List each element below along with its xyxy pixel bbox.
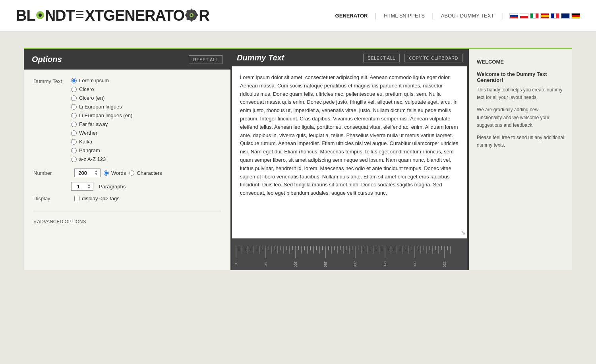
radio-lorem-ipsum-input[interactable] <box>71 78 77 83</box>
svg-text:150: 150 <box>323 261 327 267</box>
radio-cicero-en-input[interactable] <box>71 95 77 101</box>
number-row: Number ▲ ▼ Words Characters <box>33 168 221 177</box>
advanced-options-link[interactable]: » ADVANCED OPTIONS <box>33 219 86 225</box>
radio-werther-label: Werther <box>79 130 97 136</box>
display-p-tags-text: display <p> tags <box>82 196 120 201</box>
svg-text:100: 100 <box>294 261 298 267</box>
radio-pangram-input[interactable] <box>71 148 77 153</box>
options-header: Options RESET ALL <box>24 49 230 70</box>
main-container: Options RESET ALL Dummy Text Lorem ipsum <box>16 48 580 270</box>
radio-werther[interactable]: Werther <box>71 130 132 136</box>
text-type-radio-group: Lorem ipsum Cicero Cicero (en) Li E <box>71 77 132 162</box>
dummy-text-section: Dummy Text SELECT ALL COPY TO CLIPBOARD … <box>230 49 469 270</box>
main-panel: Options RESET ALL Dummy Text Lorem ipsum <box>24 48 572 270</box>
display-p-tags-checkbox[interactable] <box>74 196 79 201</box>
radio-li-europan[interactable]: Li Europan lingues <box>71 104 132 110</box>
header: BL NDT XTGENERATO R GENE <box>0 0 596 32</box>
nav-html-snippets[interactable]: HTML SNIPPETS <box>377 13 432 19</box>
welcome-subheading: Welcome to the Dummy Text Generator! <box>477 71 564 83</box>
resize-handle-icon[interactable]: ⇘ <box>461 228 466 237</box>
options-divider <box>33 211 221 211</box>
radio-pangram[interactable]: Pangram <box>71 147 132 153</box>
logo: BL NDT XTGENERATO R <box>16 7 209 24</box>
display-p-tags-label[interactable]: display <p> tags <box>74 196 120 201</box>
logo-separator: NDT <box>45 7 75 24</box>
characters-radio-label[interactable]: Characters <box>129 170 162 176</box>
radio-az123[interactable]: a-z A-Z 123 <box>71 156 132 162</box>
radio-lorem-ipsum-label: Lorem ipsum <box>79 77 109 83</box>
words-radio-label[interactable]: Words <box>104 170 126 176</box>
radio-cicero-en-label: Cicero (en) <box>79 95 104 101</box>
welcome-heading: WELCOME <box>477 59 564 65</box>
svg-rect-7 <box>191 19 192 21</box>
svg-rect-9 <box>196 14 198 15</box>
radio-kafka[interactable]: Kafka <box>71 139 132 145</box>
radio-far-far-away-input[interactable] <box>71 122 77 127</box>
radio-cicero-en[interactable]: Cicero (en) <box>71 95 132 101</box>
logo-dot1-icon <box>36 11 44 19</box>
dummy-text-option-row: Dummy Text Lorem ipsum Cicero Cicero <box>33 77 221 162</box>
paragraphs-input[interactable] <box>73 184 86 190</box>
paragraphs-down-button[interactable]: ▼ <box>87 186 91 190</box>
radio-werther-input[interactable] <box>71 130 77 136</box>
number-input[interactable] <box>76 170 93 176</box>
characters-label: Characters <box>137 170 162 176</box>
radio-cicero[interactable]: Cicero <box>71 86 132 92</box>
radio-az123-label: a-z A-Z 123 <box>79 156 106 162</box>
radio-li-europan-en[interactable]: Li Europan lingues (en) <box>71 112 132 118</box>
logo-r: R <box>199 7 209 24</box>
copy-to-clipboard-button[interactable]: COPY TO CLIPBOARD <box>404 54 462 62</box>
svg-rect-0 <box>76 11 83 12</box>
radio-az123-input[interactable] <box>71 157 77 162</box>
nav-about[interactable]: ABOUT DUMMY TEXT <box>434 13 501 19</box>
radio-kafka-label: Kafka <box>79 139 92 145</box>
paragraphs-label: Paragraphs <box>99 184 126 190</box>
radio-far-far-away[interactable]: Far far away <box>71 121 132 127</box>
welcome-text-2: Please feel free to send us any addition… <box>477 134 564 149</box>
radio-li-europan-en-input[interactable] <box>71 113 77 118</box>
words-radio-input[interactable] <box>104 170 109 176</box>
main-nav: GENERATOR | HTML SNIPPETS | ABOUT DUMMY … <box>328 12 580 20</box>
svg-rect-6 <box>191 9 192 11</box>
svg-rect-2 <box>76 17 83 18</box>
paragraphs-spinner[interactable]: ▲ ▼ <box>87 183 91 190</box>
number-spinner[interactable]: ▲ ▼ <box>94 170 99 176</box>
language-flags <box>503 13 580 19</box>
dummy-text-content: Lorem ipsum dolor sit amet, consectetuer… <box>232 66 467 238</box>
svg-point-5 <box>191 14 193 16</box>
logo-lines-icon <box>75 9 84 21</box>
flag-russian[interactable] <box>509 13 518 19</box>
flag-uk[interactable] <box>561 13 570 19</box>
dummy-text-header: Dummy Text SELECT ALL COPY TO CLIPBOARD <box>230 49 469 66</box>
characters-radio-input[interactable] <box>129 170 134 176</box>
ruler-svg: 050100150200250300350 <box>232 238 467 270</box>
flag-italian[interactable] <box>530 13 539 19</box>
flag-spanish[interactable] <box>540 13 549 19</box>
flag-czech[interactable] <box>520 13 528 19</box>
reset-all-button[interactable]: RESET ALL <box>189 55 223 64</box>
svg-text:300: 300 <box>413 261 417 267</box>
welcome-text-0: This handy tool helps you create dummy t… <box>477 86 564 101</box>
svg-text:350: 350 <box>443 261 447 267</box>
svg-text:250: 250 <box>383 261 387 267</box>
words-label: Words <box>111 170 126 176</box>
svg-rect-8 <box>185 14 187 15</box>
welcome-section: WELCOME Welcome to the Dummy Text Genera… <box>469 49 572 270</box>
radio-pangram-label: Pangram <box>79 147 100 153</box>
number-input-wrap: ▲ ▼ <box>74 168 101 177</box>
svg-text:200: 200 <box>353 261 357 267</box>
paragraphs-row: ▲ ▼ Paragraphs <box>71 182 221 191</box>
radio-li-europan-label: Li Europan lingues <box>79 104 122 110</box>
logo-gear-icon <box>184 8 199 22</box>
ruler: 050100150200250300350 <box>232 238 467 270</box>
radio-cicero-label: Cicero <box>79 86 94 92</box>
radio-li-europan-input[interactable] <box>71 104 77 110</box>
number-down-button[interactable]: ▼ <box>94 173 99 176</box>
flag-french[interactable] <box>551 13 559 19</box>
select-all-button[interactable]: SELECT ALL <box>363 54 400 62</box>
nav-generator[interactable]: GENERATOR <box>328 13 375 19</box>
radio-cicero-input[interactable] <box>71 87 77 92</box>
flag-german[interactable] <box>571 13 580 19</box>
radio-kafka-input[interactable] <box>71 139 77 145</box>
radio-lorem-ipsum[interactable]: Lorem ipsum <box>71 77 132 83</box>
